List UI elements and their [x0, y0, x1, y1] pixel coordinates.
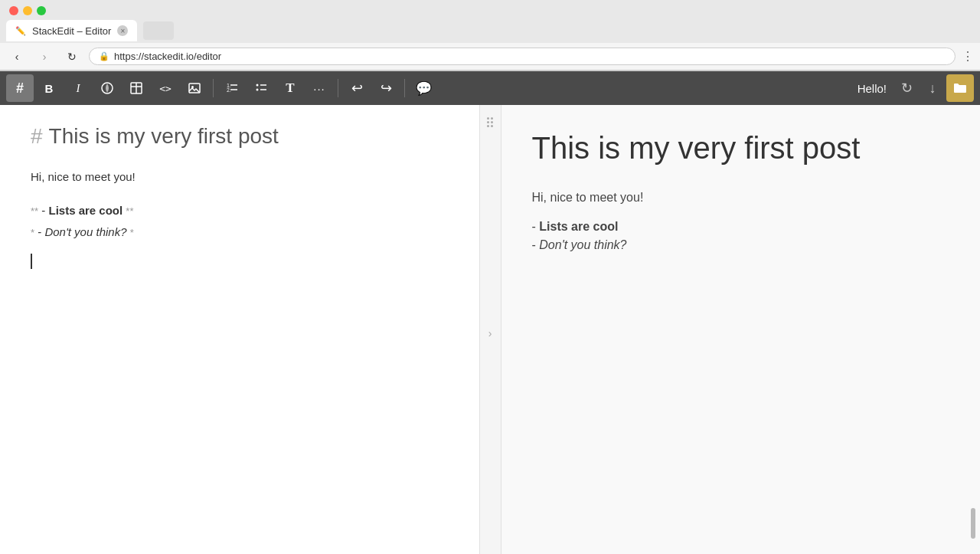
tab-bar: ✏️ StackEdit – Editor ×: [0, 18, 980, 43]
preview-list2-text: Don't you think?: [539, 238, 626, 251]
unordered-list-btn[interactable]: [247, 74, 275, 102]
text-cursor: [31, 254, 32, 269]
editor-list-item-2: * - Don't you think? *: [31, 223, 449, 241]
heading-btn[interactable]: #: [6, 74, 34, 102]
grip-dot-1: [487, 117, 489, 120]
close-traffic-light[interactable]: [9, 6, 18, 15]
preview-list1-text: Lists are cool: [539, 220, 618, 233]
chevron-right-icon[interactable]: ›: [488, 327, 492, 339]
toolbar-separator-2: [338, 79, 338, 97]
url-text: https://stackedit.io/editor: [114, 51, 221, 62]
bold-btn[interactable]: B: [35, 74, 63, 102]
folder-btn[interactable]: [946, 74, 974, 102]
active-tab[interactable]: ✏️ StackEdit – Editor ×: [6, 20, 137, 41]
grip-dot-4: [491, 121, 493, 123]
list2-text: Don't you think?: [44, 225, 126, 238]
new-tab-placeholder[interactable]: [143, 21, 174, 40]
preview-list2-dash: -: [532, 238, 540, 251]
svg-point-12: [256, 89, 259, 91]
preview-title: This is my very first post: [532, 129, 950, 166]
preview-list1-dash: -: [532, 220, 540, 233]
editor-pane[interactable]: # This is my very first post Hi, nice to…: [0, 105, 480, 554]
editor-title: This is my very first post: [49, 123, 279, 149]
editor-list-item-1: ** - Lists are cool **: [31, 202, 449, 220]
tab-close-button[interactable]: ×: [117, 25, 128, 36]
browser-more-button[interactable]: ⋮: [962, 49, 974, 64]
traffic-lights: [0, 0, 980, 18]
code-btn[interactable]: <>: [152, 74, 179, 102]
grip-dot-5: [487, 125, 489, 127]
grip-dot-3: [487, 121, 489, 123]
scrollbar[interactable]: [971, 508, 975, 539]
italic-btn[interactable]: I: [64, 74, 92, 102]
table-btn[interactable]: [122, 74, 150, 102]
refresh-button[interactable]: ↻: [61, 46, 83, 67]
svg-point-10: [256, 84, 259, 87]
browser-chrome: ✏️ StackEdit – Editor × ‹ › ↻ 🔒 https://…: [0, 0, 980, 71]
ordered-list-btn[interactable]: 1.2.: [218, 74, 246, 102]
preview-list-item-1: - Lists are cool: [532, 220, 950, 234]
heading-hash: #: [31, 123, 43, 149]
undo-btn[interactable]: ↩: [343, 74, 371, 102]
editor-content: Hi, nice to meet you! ** - Lists are coo…: [31, 168, 449, 241]
preview-pane: This is my very first post Hi, nice to m…: [501, 105, 981, 554]
editor-greeting: Hi, nice to meet you!: [31, 168, 449, 186]
address-bar: ‹ › ↻ 🔒 https://stackedit.io/editor ⋮: [0, 43, 980, 70]
comment-btn[interactable]: 💬: [410, 74, 437, 102]
lock-icon: 🔒: [99, 51, 109, 61]
list2-open-asterisk: *: [31, 227, 34, 238]
list2-close-asterisk: *: [130, 227, 134, 238]
tab-title: StackEdit – Editor: [32, 25, 111, 37]
editor-toolbar: # B I <> 1.2. T ··· ↩ ↪ 💬 Hello! ↻ ↓: [0, 71, 980, 105]
list1-open-asterisks: **: [31, 205, 38, 217]
redo-btn[interactable]: ↪: [372, 74, 400, 102]
editor-heading: # This is my very first post: [31, 123, 449, 149]
color-btn[interactable]: [93, 74, 121, 102]
toolbar-separator-3: [404, 79, 405, 97]
list1-close-asterisks: **: [126, 205, 133, 217]
back-button[interactable]: ‹: [6, 46, 28, 67]
more-options-btn[interactable]: ···: [305, 74, 333, 102]
minimize-traffic-light[interactable]: [23, 6, 32, 15]
url-bar[interactable]: 🔒 https://stackedit.io/editor: [89, 48, 956, 65]
grip-handle[interactable]: [484, 114, 496, 130]
cursor-line: [31, 254, 449, 269]
hello-label: Hello!: [858, 82, 887, 95]
download-btn[interactable]: ↓: [920, 76, 945, 100]
text-style-btn[interactable]: T: [276, 74, 304, 102]
tab-favicon: ✏️: [15, 26, 26, 36]
preview-greeting: Hi, nice to meet you!: [532, 191, 950, 205]
maximize-traffic-light[interactable]: [37, 6, 46, 15]
image-btn[interactable]: [181, 74, 208, 102]
forward-button[interactable]: ›: [34, 46, 55, 67]
toolbar-separator-1: [213, 79, 214, 97]
preview-list-item-2: - Don't you think?: [532, 238, 950, 252]
sync-btn[interactable]: ↻: [894, 76, 919, 100]
pane-divider[interactable]: ›: [480, 105, 501, 554]
editor-main: # This is my very first post Hi, nice to…: [0, 105, 980, 554]
grip-dot-6: [491, 125, 493, 127]
list1-text: Lists are cool: [48, 204, 122, 217]
grip-dot-2: [491, 117, 493, 120]
